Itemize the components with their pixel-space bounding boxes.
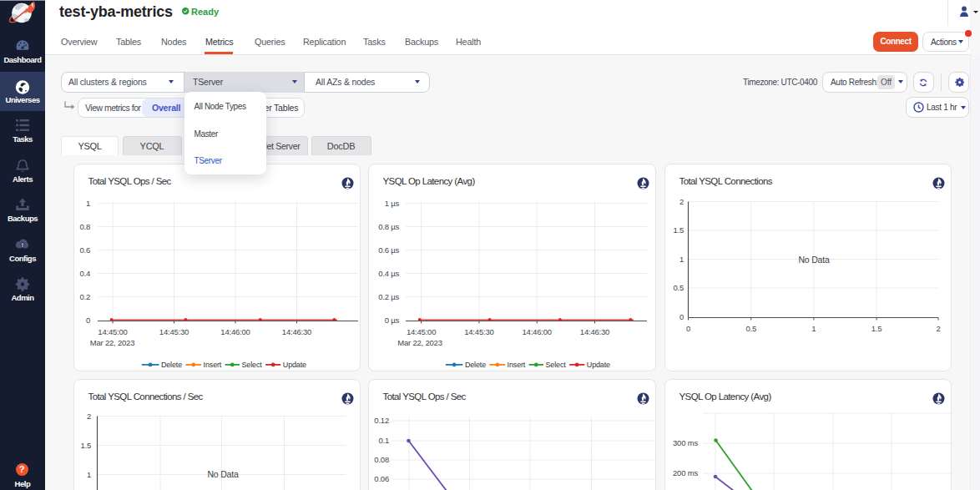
svg-text:14:46:30: 14:46:30 xyxy=(580,327,609,336)
svg-text:2: 2 xyxy=(936,324,940,333)
svg-text:0.6 µs: 0.6 µs xyxy=(378,245,399,255)
svg-text:0.5: 0.5 xyxy=(673,283,684,292)
svg-text:200 ms: 200 ms xyxy=(673,468,698,477)
svg-text:Select: Select xyxy=(546,361,567,369)
svg-text:14:45:30: 14:45:30 xyxy=(159,327,189,336)
svg-text:0.5: 0.5 xyxy=(745,324,756,333)
svg-text:YSQL Op Latency (Avg): YSQL Op Latency (Avg) xyxy=(383,176,476,186)
svg-text:Total YSQL Ops / Sec: Total YSQL Ops / Sec xyxy=(383,391,467,402)
svg-text:0.12: 0.12 xyxy=(374,416,389,425)
svg-text:0.8 µs: 0.8 µs xyxy=(378,222,399,231)
svg-text:Delete: Delete xyxy=(465,361,486,369)
svg-text:14:46:00: 14:46:00 xyxy=(523,327,552,336)
svg-text:YSQL Op Latency (Avg): YSQL Op Latency (Avg) xyxy=(679,391,772,402)
svg-text:0.2 µs: 0.2 µs xyxy=(378,292,399,301)
svg-text:Delete: Delete xyxy=(161,361,182,369)
svg-text:2: 2 xyxy=(679,197,684,206)
svg-text:0.2: 0.2 xyxy=(79,292,90,301)
svg-text:0.1: 0.1 xyxy=(378,436,389,445)
svg-text:Select: Select xyxy=(242,361,263,369)
svg-text:2: 2 xyxy=(87,412,91,421)
svg-text:0.06: 0.06 xyxy=(374,474,389,483)
svg-text:1: 1 xyxy=(811,324,816,333)
svg-text:Total YSQL Ops / Sec: Total YSQL Ops / Sec xyxy=(88,176,172,186)
svg-text:1: 1 xyxy=(87,470,91,479)
svg-text:0.4: 0.4 xyxy=(79,269,90,278)
svg-text:Update: Update xyxy=(283,361,306,369)
svg-text:0.4 µs: 0.4 µs xyxy=(378,269,399,278)
svg-text:No Data: No Data xyxy=(798,255,829,265)
svg-text:1.5: 1.5 xyxy=(673,225,684,235)
svg-text:Update: Update xyxy=(587,361,610,369)
svg-text:Mar 22, 2023: Mar 22, 2023 xyxy=(397,338,442,347)
svg-text:1 µs: 1 µs xyxy=(385,199,400,208)
svg-text:14:45:00: 14:45:00 xyxy=(407,327,436,336)
svg-text:Total YSQL Connections / Sec: Total YSQL Connections / Sec xyxy=(88,391,204,402)
svg-text:0: 0 xyxy=(686,324,690,333)
svg-text:14:45:00: 14:45:00 xyxy=(98,327,127,336)
svg-text:Insert: Insert xyxy=(508,361,526,369)
svg-text:1.5: 1.5 xyxy=(871,324,882,333)
svg-text:0 µs: 0 µs xyxy=(385,316,400,325)
svg-text:Mar 22, 2023: Mar 22, 2023 xyxy=(90,338,135,347)
svg-text:1: 1 xyxy=(86,199,90,208)
svg-text:14:45:30: 14:45:30 xyxy=(464,327,493,336)
svg-text:14:46:30: 14:46:30 xyxy=(282,327,311,336)
svg-text:1.5: 1.5 xyxy=(80,441,91,450)
svg-text:0.08: 0.08 xyxy=(374,455,389,464)
svg-text:300 ms: 300 ms xyxy=(673,438,698,447)
svg-text:0.8: 0.8 xyxy=(79,222,90,231)
svg-text:1: 1 xyxy=(679,255,684,264)
svg-text:No Data: No Data xyxy=(207,469,238,479)
svg-text:Total YSQL Connections: Total YSQL Connections xyxy=(679,176,773,186)
svg-text:0: 0 xyxy=(86,316,90,325)
svg-text:0.6: 0.6 xyxy=(79,245,90,255)
svg-text:0: 0 xyxy=(679,312,684,321)
svg-text:Insert: Insert xyxy=(204,361,222,369)
svg-text:14:46:00: 14:46:00 xyxy=(220,327,250,336)
